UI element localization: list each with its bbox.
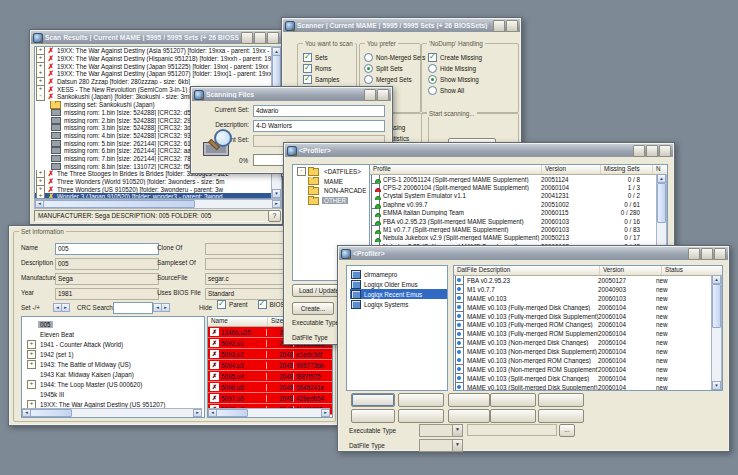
set-tree-item[interactable]: Eleven Beat (26, 329, 204, 339)
set-tree-item[interactable]: + 1941 - Counter Attack (World) (26, 339, 204, 349)
column-header[interactable]: Version (600, 266, 662, 275)
datfiles-tree-item[interactable]: - <DATFILES> (296, 167, 369, 177)
expander-icon[interactable]: + (36, 85, 45, 93)
window-button[interactable] (241, 32, 253, 44)
site-tree-item[interactable]: clrmamepro (350, 269, 447, 279)
expander-icon[interactable]: - (36, 93, 45, 101)
action-button[interactable] (490, 393, 536, 407)
action-button[interactable] (490, 409, 536, 423)
datfile-row[interactable]: FBA v0.2.95.23 20050127 new (454, 276, 722, 285)
scan-result-row[interactable]: + 19XX: The War Against Destiny (Japan 9… (35, 70, 271, 78)
datfile-row[interactable]: MAME v0.103 (Fully-merged ROM Changes) 2… (454, 320, 722, 329)
action-button[interactable] (538, 393, 584, 407)
column-header[interactable]: Name (208, 317, 268, 326)
prefer-option[interactable]: Split Sets (364, 63, 419, 74)
scan-result-row[interactable]: + Three Wonders (World 910520) [folder: … (35, 178, 271, 186)
nodump-option[interactable]: Hide Missing (428, 63, 516, 74)
datfile-row[interactable]: M1 v0.7.7 20040903 new (454, 285, 722, 294)
datfiles-tree-item[interactable]: NON-ARCADE (296, 186, 369, 196)
window-button[interactable] (506, 20, 518, 32)
expander-icon[interactable]: + (36, 47, 45, 55)
profile-row[interactable]: CPS-2 20060104 (Split-merged MAME Supple… (370, 183, 667, 191)
hide-option[interactable]: BIOS (258, 299, 285, 310)
expander-icon[interactable]: + (36, 62, 45, 70)
datfile-row[interactable]: MAME v0.103 (Non-merged Disk Supplement)… (454, 347, 722, 356)
expander-icon[interactable]: + (36, 170, 45, 178)
chevron-down-icon[interactable]: ▼ (452, 440, 462, 451)
scan-result-row[interactable]: + 19XX: The War Against Destiny (Hispani… (35, 55, 271, 63)
rom-row-missing[interactable]: ✗ 5096.u5 2048 5545241e (208, 382, 332, 393)
crc-next-icon[interactable]: ► (161, 303, 170, 312)
help-button[interactable]: ? (268, 210, 281, 222)
scan-result-row[interactable]: + 19XX: The War Against Destiny (Asia 95… (35, 47, 271, 55)
scan-option[interactable]: Samples (303, 74, 354, 85)
scan-option[interactable]: Sets (303, 52, 354, 63)
datfile-row[interactable]: MAME v0.103 (Split-merged Disk Changes) … (454, 374, 722, 383)
datfile-type-combo[interactable]: ▼ (419, 439, 463, 452)
set-tree-item[interactable]: 005 (26, 319, 204, 329)
expander-icon[interactable]: + (36, 178, 45, 186)
set-tree-item[interactable]: 1945k III (26, 389, 204, 399)
action-button[interactable] (398, 393, 444, 407)
scroll-thumb[interactable] (657, 183, 666, 223)
expander-icon[interactable]: - (297, 167, 306, 176)
site-tree-item[interactable]: Logiqx Older Emus (350, 279, 447, 289)
datfile-row[interactable]: MAME v0.103 (Non-merged ROM Supplement) … (454, 365, 722, 374)
expander-icon[interactable]: + (27, 350, 36, 359)
rom-row-missing[interactable]: ✗ 5097.u6 2048 428edb54 (208, 393, 332, 404)
scroll-right-icon[interactable]: ► (272, 200, 281, 208)
scanner-titlebar[interactable]: Scanner | Current MAME | 5995 / 5995 Set… (283, 19, 520, 32)
site-tree-item[interactable]: Logiqx Recent Emus (350, 289, 447, 299)
window-button[interactable] (377, 89, 389, 101)
nodump-option[interactable]: Show Missing (428, 74, 516, 85)
rom-row-missing[interactable]: ✗ 5095.u4 2048 f887f575 (208, 371, 332, 382)
window-button[interactable] (364, 89, 376, 101)
expander-icon[interactable]: + (36, 70, 45, 78)
action-button[interactable] (538, 409, 584, 423)
executable-type-combo[interactable]: ▼ (419, 424, 463, 437)
scan-result-row[interactable]: + Datsun 280 Zzzap [folder: 280zzzap - s… (35, 78, 271, 86)
scroll-thumb[interactable] (43, 200, 195, 208)
datfiles-tree-item[interactable]: OTHER (296, 196, 369, 206)
hide-option[interactable]: Parent (217, 299, 248, 310)
profile-row[interactable]: Nebula Jukebox v2.9 (Split-merged MAME S… (370, 234, 667, 242)
scroll-thumb[interactable] (30, 409, 72, 417)
prefer-option[interactable]: Non-Merged Sets (364, 52, 419, 63)
chevron-down-icon[interactable]: ▼ (452, 425, 462, 436)
create-button[interactable]: Create... (292, 302, 334, 315)
action-button[interactable] (351, 409, 395, 423)
datfiles-tree-item[interactable]: MAME (296, 177, 369, 187)
tree-horizontal-scrollbar[interactable]: ◄ ► (22, 408, 202, 417)
window-button[interactable] (659, 145, 671, 157)
column-header[interactable]: Status (662, 266, 722, 275)
crc-search-input[interactable] (113, 302, 153, 314)
window-button[interactable] (646, 145, 658, 157)
site-tree-item[interactable]: Logiqx Systems (350, 299, 447, 309)
nodump-option[interactable]: Create Missing (428, 52, 516, 63)
action-button[interactable] (448, 409, 490, 423)
action-button[interactable] (398, 409, 444, 423)
profile-row[interactable]: M1 v0.7.7 (Split-merged MAME Supplement)… (370, 225, 667, 233)
scroll-up-icon[interactable]: ▲ (657, 174, 666, 183)
action-button[interactable] (448, 393, 490, 407)
expander-icon[interactable]: + (36, 78, 45, 86)
scroll-thumb[interactable] (712, 284, 721, 328)
scanning-files-titlebar[interactable]: Scanning Files (192, 88, 391, 101)
rom-row-missing[interactable]: ✗ 5093.u2 2048 e1edc3df (208, 349, 332, 360)
profile-row[interactable]: EMMA Italian Dumping Team 20060115 0 / 2… (370, 209, 667, 217)
prefer-option[interactable]: Merged Sets (364, 74, 419, 85)
rom-horizontal-scrollbar[interactable]: ◄ ► (208, 408, 330, 417)
datfile-row[interactable]: MAME v0.103 (Fully-merged ROM Supplement… (454, 329, 722, 338)
window-button[interactable] (267, 32, 279, 44)
datfile-row[interactable]: MAME v0.103 (Non-merged Disk Changes) 20… (454, 338, 722, 347)
column-header[interactable]: N (653, 165, 667, 174)
set-tree-item[interactable]: + 1943: The Battle of Midway (US) (26, 359, 204, 369)
column-header[interactable]: Missing Sets (601, 165, 653, 174)
column-header[interactable]: Version (542, 165, 601, 174)
window-button[interactable] (254, 32, 266, 44)
set-tree-item[interactable]: + 1944: The Loop Master (US 000620) (26, 379, 204, 389)
window-button[interactable] (688, 248, 700, 260)
scan-option[interactable]: Roms (303, 63, 354, 74)
window-button[interactable] (633, 145, 645, 157)
window-button[interactable] (701, 248, 713, 260)
